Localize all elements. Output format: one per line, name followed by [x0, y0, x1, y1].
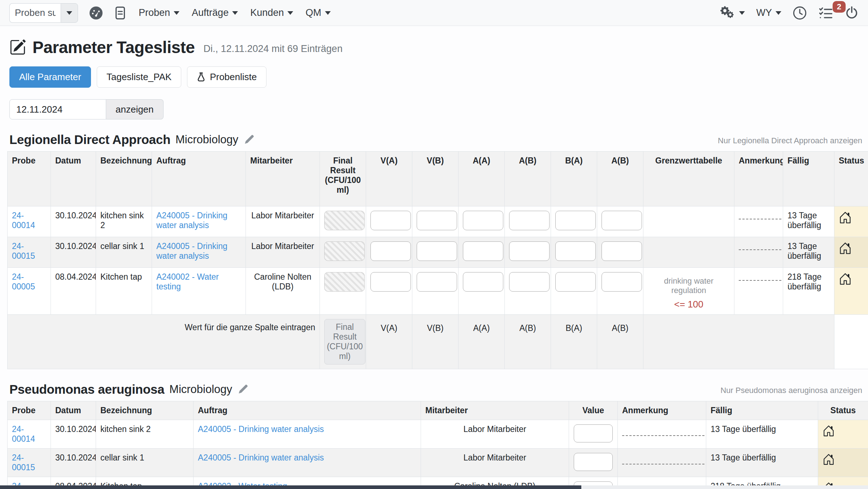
col-final-result: Final Result (CFU/100 ml) — [320, 152, 366, 206]
vb-input[interactable] — [417, 272, 457, 292]
value-input[interactable] — [574, 453, 613, 471]
search-input[interactable] — [9, 3, 61, 23]
final-result-input-disabled — [324, 211, 365, 230]
ab-input[interactable] — [509, 241, 550, 261]
fill-ba-button[interactable]: B(A) — [566, 323, 582, 333]
ab2-input[interactable] — [602, 272, 642, 292]
menu-kunden[interactable]: Kunden — [250, 7, 293, 18]
caret-down-icon — [776, 11, 781, 15]
legionella-filter-link[interactable]: Nur Legionella Direct Approach anzeigen — [718, 136, 862, 145]
menu-auftraege[interactable]: Aufträge — [192, 7, 238, 18]
notification-badge: 2 — [833, 1, 846, 13]
house-icon — [839, 272, 852, 285]
caret-down-icon — [325, 11, 331, 15]
probe-link[interactable]: 24-00014 — [12, 424, 35, 444]
auftrag-link[interactable]: A240005 - Drinking water analysis — [198, 453, 324, 462]
fill-aa-button[interactable]: A(A) — [473, 323, 490, 333]
pseudomonas-category: Microbiology — [169, 383, 232, 396]
search-dropdown-button[interactable] — [61, 3, 78, 23]
mitarbeiter-cell: Labor Mitarbeiter — [421, 420, 569, 449]
col-status: Status — [834, 152, 868, 206]
anmerkung-line[interactable] — [622, 464, 704, 464]
col-ab: A(B) — [505, 152, 551, 206]
caret-down-icon — [739, 11, 745, 15]
grenzwert-name: drinking water regulation — [648, 276, 730, 295]
va-input[interactable] — [370, 211, 411, 230]
pencil-icon[interactable] — [237, 384, 248, 395]
pencil-icon[interactable] — [243, 134, 254, 145]
vb-input[interactable] — [417, 241, 457, 261]
col-ab2: A(B) — [597, 152, 643, 206]
anmerkung-line[interactable] — [739, 219, 781, 219]
tab-probenliste-label: Probenliste — [210, 71, 257, 83]
bezeichnung-cell: kitchen sink 2 — [96, 420, 194, 449]
bezeichnung-cell: kitchen sink 2 — [96, 206, 152, 237]
menu-proben[interactable]: Proben — [139, 7, 179, 18]
auftrag-link[interactable]: A240002 - Water testing — [156, 272, 219, 291]
value-input[interactable] — [574, 424, 613, 442]
col-probe: Probe — [8, 401, 51, 420]
fill-va-button[interactable]: V(A) — [381, 323, 398, 333]
va-input[interactable] — [370, 272, 411, 292]
auftrag-link[interactable]: A240005 - Drinking water analysis — [156, 241, 227, 261]
fill-ab2-button[interactable]: A(B) — [612, 323, 629, 333]
status-cell[interactable] — [834, 206, 868, 237]
status-cell[interactable] — [834, 268, 868, 315]
anmerkung-line[interactable] — [622, 435, 704, 436]
ab2-input[interactable] — [602, 241, 642, 261]
ba-input[interactable] — [555, 241, 596, 261]
status-cell[interactable] — [818, 449, 868, 477]
file-icon[interactable] — [114, 6, 126, 20]
tab-tagesliste-pak[interactable]: Tagesliste_PAK — [97, 66, 181, 88]
probe-link[interactable]: 24-00014 — [12, 211, 35, 230]
power-icon[interactable] — [845, 6, 859, 20]
ab-input[interactable] — [509, 272, 550, 292]
caret-down-icon — [66, 11, 72, 15]
top-navbar: Proben Aufträge Kunden QM — [0, 0, 868, 26]
anmerkung-line[interactable] — [739, 249, 781, 250]
pseudomonas-filter-link[interactable]: Nur Pseudomonas aeruginosa anzeigen — [720, 386, 862, 395]
task-list-button[interactable]: 2 — [818, 6, 833, 20]
settings-menu[interactable] — [720, 6, 745, 20]
clock-icon[interactable] — [793, 6, 807, 20]
faellig-cell: 13 Tage überfällig — [706, 420, 818, 449]
final-result-input-disabled — [324, 241, 365, 261]
tab-probenliste[interactable]: Probenliste — [187, 66, 266, 88]
anmerkung-line[interactable] — [739, 280, 781, 281]
fill-final-result-button[interactable]: Final Result (CFU/100 ml) — [324, 319, 365, 364]
footer-status-empty — [834, 315, 868, 369]
fill-vb-button[interactable]: V(B) — [427, 323, 444, 333]
user-menu[interactable]: WY — [756, 7, 782, 18]
ba-input[interactable] — [555, 211, 596, 230]
footer-empty — [643, 315, 834, 369]
vb-input[interactable] — [417, 211, 457, 230]
show-button[interactable]: anzeigen — [106, 99, 164, 119]
auftrag-link[interactable]: A240005 - Drinking water analysis — [156, 211, 227, 230]
pencil-square-icon — [9, 39, 26, 56]
probe-link[interactable]: 24-00015 — [12, 453, 35, 472]
va-input[interactable] — [370, 241, 411, 261]
ba-input[interactable] — [555, 272, 596, 292]
flask-icon — [197, 72, 205, 82]
menu-qm[interactable]: QM — [305, 7, 331, 18]
ab2-input[interactable] — [602, 211, 642, 230]
aa-input[interactable] — [463, 211, 503, 230]
ab-input[interactable] — [509, 211, 550, 230]
auftrag-link[interactable]: A240005 - Drinking water analysis — [198, 424, 324, 434]
checklist-icon — [818, 6, 833, 20]
tachometer-icon[interactable] — [89, 6, 103, 20]
col-mitarbeiter: Mitarbeiter — [421, 401, 569, 420]
status-cell[interactable] — [834, 237, 868, 268]
aa-input[interactable] — [463, 241, 503, 261]
tab-alle-parameter[interactable]: Alle Parameter — [9, 66, 91, 88]
fill-ab-button[interactable]: A(B) — [520, 323, 536, 333]
aa-input[interactable] — [463, 272, 503, 292]
status-cell[interactable] — [818, 420, 868, 449]
grenzwert-cell — [643, 237, 734, 268]
grenzwert-cell: drinking water regulation <= 100 — [643, 268, 734, 315]
page-title: Parameter Tagesliste — [32, 38, 195, 57]
probe-link[interactable]: 24-00015 — [12, 241, 35, 261]
date-input[interactable] — [9, 99, 106, 119]
probe-link[interactable]: 24-00005 — [12, 272, 35, 291]
bezeichnung-cell: Kitchen tap — [96, 268, 152, 315]
